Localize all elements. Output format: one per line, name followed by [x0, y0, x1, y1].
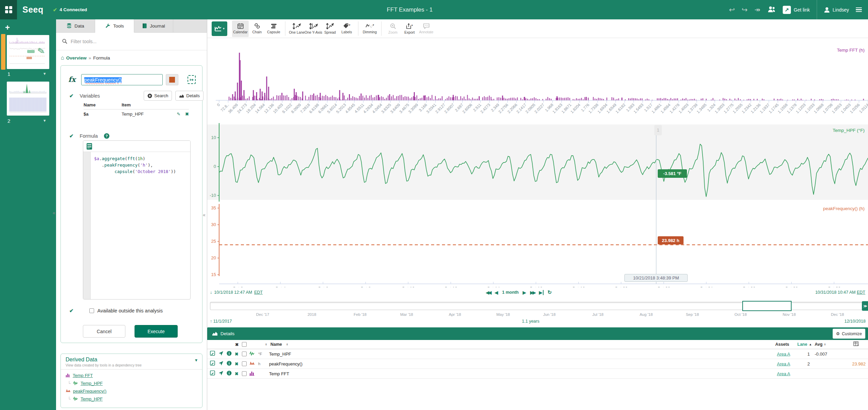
- filter-tools-search[interactable]: Filter tools...: [56, 33, 207, 50]
- details-table-row[interactable]: ✖°FTemp_HPFArea A1-0.007: [207, 349, 868, 359]
- item-name[interactable]: peakFrequency(): [269, 361, 302, 366]
- variable-search-button[interactable]: Search: [144, 91, 172, 101]
- formula-name-input[interactable]: peakFrequency(): [81, 74, 163, 85]
- tab-tools[interactable]: Tools: [95, 19, 134, 33]
- send-icon[interactable]: [218, 361, 224, 367]
- spread-button[interactable]: Spread: [322, 20, 338, 37]
- details-table-row[interactable]: ✖Temp FFTArea A: [207, 369, 868, 379]
- timeline-scrollbar[interactable]: [210, 302, 863, 310]
- lane-handle[interactable]: 1: [654, 125, 662, 135]
- timeline-range-end[interactable]: 12/10/2018: [844, 319, 866, 324]
- execute-button[interactable]: Execute: [135, 325, 178, 338]
- tab-data[interactable]: Data: [56, 19, 95, 32]
- timeline-end-button[interactable]: ≫: [862, 301, 868, 311]
- column-assets[interactable]: Assets: [775, 342, 789, 347]
- remove-x-icon[interactable]: ✖: [235, 371, 238, 376]
- edit-icon[interactable]: [210, 371, 215, 377]
- hamburger-menu-icon[interactable]: [856, 7, 862, 12]
- remove-all-icon[interactable]: ✖: [235, 342, 238, 347]
- undo-icon[interactable]: ↩: [729, 6, 735, 13]
- available-checkbox[interactable]: [89, 308, 94, 313]
- derived-item-link[interactable]: peakFrequency(): [73, 389, 106, 394]
- view-mode-dropdown[interactable]: ▾: [212, 21, 227, 36]
- derived-item-link[interactable]: Temp_HPF: [81, 381, 103, 386]
- series-label-peakfrequency[interactable]: peakFrequency() (h): [823, 206, 865, 211]
- one-y-axis-button[interactable]: One Y-Axis: [305, 20, 322, 37]
- edit-icon[interactable]: [210, 351, 215, 357]
- redo-all-icon[interactable]: ↠: [755, 6, 761, 13]
- select-all-checkbox[interactable]: [242, 342, 247, 347]
- formula-editor[interactable]: $a.aggregate(fft(1h) .peakFrequency('h')…: [83, 140, 191, 300]
- formula-code[interactable]: $a.aggregate(fft(1h) .peakFrequency('h')…: [91, 152, 190, 300]
- timeline-range-start[interactable]: ↑ 11/1/2017: [210, 319, 232, 324]
- color-swatch-button[interactable]: [166, 74, 178, 85]
- range-duration-label[interactable]: 1 month: [502, 290, 519, 295]
- capsule-button[interactable]: Capsule: [265, 20, 282, 37]
- chevron-down-icon[interactable]: ▾: [43, 71, 46, 76]
- derived-item-link[interactable]: Temp_HPF: [81, 396, 103, 402]
- remove-x-icon[interactable]: ✖: [235, 361, 238, 366]
- chevron-down-icon[interactable]: ▾: [43, 118, 46, 123]
- worksheet-thumbnail-2[interactable]: [7, 82, 49, 116]
- cancel-button[interactable]: Cancel: [83, 325, 125, 338]
- column-lane[interactable]: Lane: [797, 342, 807, 347]
- labels-button[interactable]: ▾ Labels: [338, 20, 355, 37]
- derived-item-link[interactable]: Temp FFT: [73, 373, 93, 378]
- popout-icon[interactable]: ↦: [188, 75, 196, 84]
- connection-status[interactable]: ✔4 Connected: [53, 7, 87, 13]
- document-icon[interactable]: [87, 143, 92, 150]
- chevron-down-icon[interactable]: ▾: [195, 357, 197, 363]
- step-forward-icon[interactable]: ▶: [523, 290, 526, 295]
- item-name[interactable]: Temp_HPF: [269, 352, 291, 357]
- info-icon[interactable]: [227, 361, 232, 367]
- get-link-button[interactable]: ↗Get link: [783, 6, 810, 14]
- edit-pencil-icon[interactable]: ✎: [177, 112, 180, 117]
- info-icon[interactable]: [227, 371, 232, 377]
- trend-charts[interactable]: 072.8..36.40924.27318.20414.56412.13610.…: [207, 38, 868, 287]
- timeline-selection[interactable]: [742, 301, 792, 311]
- remove-x-icon[interactable]: ✖: [185, 112, 189, 117]
- series-label-temp-hpf[interactable]: Temp_HPF (°F): [833, 128, 865, 133]
- tab-journal[interactable]: Journal: [134, 19, 173, 32]
- details-table-row[interactable]: ✖hpeakFrequency()Area A223.982: [207, 359, 868, 369]
- info-icon[interactable]: [227, 351, 232, 357]
- sort-icon[interactable]: ▲▼: [286, 343, 288, 346]
- column-avg[interactable]: Avg: [815, 342, 822, 347]
- asset-link[interactable]: Area A: [777, 361, 790, 366]
- export-button[interactable]: ▾ Export: [401, 20, 418, 37]
- customize-button[interactable]: ⚙ Customize: [833, 329, 865, 339]
- add-worksheet-button[interactable]: +: [5, 23, 10, 32]
- refresh-icon[interactable]: ↻: [548, 289, 552, 295]
- row-checkbox[interactable]: [242, 371, 247, 376]
- asset-link[interactable]: Area A: [777, 352, 790, 357]
- item-name[interactable]: Temp FFT: [269, 371, 289, 376]
- row-checkbox[interactable]: [242, 361, 247, 366]
- sort-icon[interactable]: ▲▼: [824, 343, 826, 346]
- range-start[interactable]: ↓ 10/1/2018 12:47 AMEDT: [210, 290, 263, 295]
- range-end[interactable]: 10/31/2018 10:47 AM EDT: [815, 290, 865, 295]
- collapse-sidebar-icon[interactable]: «: [53, 210, 55, 216]
- timeline-range-duration[interactable]: 1.1 years: [522, 319, 539, 324]
- send-icon[interactable]: [218, 371, 224, 377]
- step-to-end-icon[interactable]: ▶: [539, 290, 544, 295]
- apps-grid-button[interactable]: [0, 0, 17, 19]
- user-menu[interactable]: Lindsey: [824, 7, 849, 13]
- add-column-icon[interactable]: [853, 341, 859, 347]
- asset-link[interactable]: Area A: [777, 371, 790, 376]
- dimming-button[interactable]: ▾ Dimming: [361, 20, 378, 37]
- step-forward-fast-icon[interactable]: ▶▶: [530, 290, 535, 295]
- step-back-fast-icon[interactable]: ◀◀: [486, 290, 491, 295]
- one-lane-button[interactable]: One Lane: [288, 20, 305, 37]
- help-icon[interactable]: ?: [104, 133, 109, 139]
- redo-icon[interactable]: ↪: [742, 6, 748, 13]
- remove-x-icon[interactable]: ✖: [235, 352, 238, 357]
- access-users-icon[interactable]: [767, 6, 776, 14]
- series-label-temp-fft[interactable]: Temp FFT (h): [837, 48, 865, 53]
- edit-icon[interactable]: [210, 361, 215, 367]
- collapse-panel-icon[interactable]: «: [203, 212, 206, 218]
- step-back-icon[interactable]: ◀: [495, 290, 498, 295]
- worksheet-thumbnail-1[interactable]: ✎: [7, 35, 49, 69]
- send-icon[interactable]: [218, 351, 224, 357]
- chain-button[interactable]: Chain: [249, 20, 265, 37]
- calendar-button[interactable]: Calendar: [232, 20, 249, 37]
